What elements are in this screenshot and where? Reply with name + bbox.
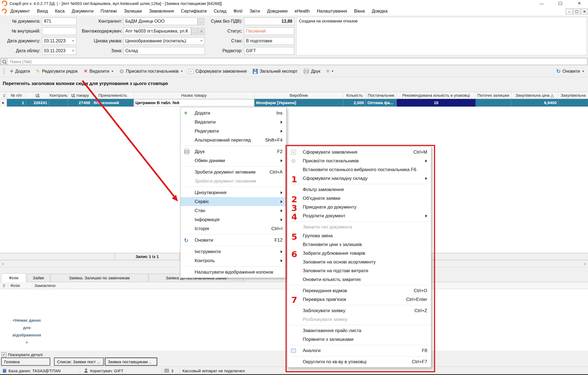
detail-column-branch[interactable]: Філія bbox=[8, 282, 32, 289]
column-header-product-name[interactable]: Назва товару bbox=[134, 92, 254, 99]
context-menu-item-refresh[interactable]: ↻ОновитиF12 bbox=[180, 236, 286, 245]
menu-directories[interactable]: Довідники bbox=[263, 9, 291, 14]
submenu-item-set-last-supplier[interactable]: Встановити останнього вибраного постачал… bbox=[287, 165, 431, 174]
menu-windows[interactable]: Вікна bbox=[351, 9, 368, 14]
column-header-manufacturer[interactable]: Виробник bbox=[254, 92, 343, 99]
minimize-button[interactable]: — bbox=[536, 0, 548, 7]
note-box[interactable]: Создана на основании отказов bbox=[296, 17, 587, 55]
context-menu-item-add[interactable]: +ДодатиIns bbox=[180, 109, 286, 118]
submenu-item-set-prices-from-stock[interactable]: Встановити ціни з залишків bbox=[287, 240, 431, 249]
scroll-left-button[interactable]: ‹ bbox=[0, 260, 6, 267]
column-header-supplier[interactable]: Постачальник bbox=[366, 92, 397, 99]
submenu-item-form-order[interactable]: ϟСформувати замовленняCtrl+M bbox=[287, 148, 431, 157]
column-header-recommended-qty[interactable]: Рекомендована кількість в упаковці bbox=[397, 92, 476, 99]
submenu-item-order-filter[interactable]: Фільтр замовлення bbox=[287, 185, 431, 194]
zone-input[interactable]: Склад bbox=[123, 47, 205, 55]
context-menu-item-delete[interactable]: Видалити bbox=[180, 118, 286, 127]
menu-cash[interactable]: Каса bbox=[51, 9, 68, 14]
menu-settings[interactable]: Налаштування bbox=[313, 9, 351, 14]
restore-button[interactable] bbox=[554, 0, 566, 7]
consignee-clear-button[interactable]: ✕ bbox=[198, 28, 205, 35]
column-header-origin[interactable]: Приналежність bbox=[92, 92, 134, 99]
column-header-current-stock[interactable]: Поточні залишки bbox=[476, 92, 511, 99]
menu-reports[interactable]: Звіти bbox=[246, 9, 263, 14]
tab-substitute-stock[interactable]: Заявка. Залишки по замінникам bbox=[51, 274, 148, 282]
submenu-item-remove-duplicates[interactable]: Забрати дублювання товарів bbox=[287, 249, 431, 258]
table-row[interactable]: ▸ 1 226241 27498 Вітчизняний Цитрамон В … bbox=[0, 99, 588, 107]
mdi-minimize-button[interactable]: – bbox=[566, 8, 573, 14]
submenu-item-load-price-list[interactable]: Завантаження прайс-листа bbox=[287, 326, 431, 335]
submenu-item-split-document[interactable]: Розділити документ bbox=[287, 212, 431, 220]
context-menu-item-pricing[interactable]: Ціноутворення bbox=[180, 188, 286, 197]
context-menu-item-alt-view[interactable]: Альтернативний переглядShift+F4 bbox=[180, 136, 286, 145]
context-menu-item-history[interactable]: ІсторіяCtrl+I bbox=[180, 224, 286, 233]
menu-documents[interactable]: Документи bbox=[68, 9, 97, 14]
refresh-button[interactable]: ↻Оновити▾ bbox=[554, 67, 586, 75]
context-menu-item-information[interactable]: Інформація bbox=[180, 215, 286, 224]
tab-excess[interactable]: Зайве bbox=[27, 274, 50, 282]
detail-column-ordered[interactable]: Замовлено bbox=[32, 282, 92, 289]
contractor-input[interactable]: БаДМ Донецк ООО bbox=[123, 17, 198, 25]
detail-corner-button[interactable] bbox=[0, 282, 8, 289]
doc-date-input[interactable]: 03.11.2023 bbox=[42, 37, 76, 45]
menu-orders[interactable]: Замовлення bbox=[145, 9, 177, 14]
submenu-item-lock-request[interactable]: Заблокувати заявкуCtrl+Z bbox=[287, 306, 431, 315]
add-button[interactable]: +Додати bbox=[7, 67, 32, 75]
mdi-restore-button[interactable] bbox=[573, 8, 580, 14]
submenu-item-form-warehouse-invoice[interactable]: Сформувати накладну складу bbox=[287, 174, 431, 183]
submenu-item-check-links[interactable]: Перевірка прив'язокCtrl+Enter bbox=[287, 295, 431, 304]
print-button[interactable]: Друк bbox=[301, 67, 323, 75]
form-order-button[interactable]: ϟСформувати замовлення bbox=[186, 67, 249, 75]
submenu-item-assign-suppliers[interactable]: ⚙Присвоїти постачальників bbox=[287, 157, 431, 165]
submenu-item-group-change[interactable]: Групова зміна bbox=[287, 232, 431, 240]
assign-suppliers-button[interactable]: ⚙Присвоїти постачальників▾ bbox=[117, 67, 185, 75]
menu-warehouse[interactable]: Склад bbox=[210, 9, 230, 14]
delete-button[interactable]: ✕Видалити▾ bbox=[81, 67, 115, 75]
chevron-down-icon[interactable] bbox=[200, 40, 203, 42]
column-header-id[interactable]: ІД bbox=[26, 92, 49, 99]
edit-row-button[interactable]: ✎Редагувати рядок bbox=[34, 67, 80, 75]
consignee-input[interactable]: Апт №003 пгт.Барышевка, ул.К bbox=[123, 27, 191, 35]
submenu-item-compare-with-stock[interactable]: Порівняти з залишками bbox=[287, 335, 431, 344]
scroll-right-button[interactable]: › bbox=[582, 260, 588, 267]
submenu-item-transfer-refusals[interactable]: Перекидання відмовCtrl+O bbox=[287, 286, 431, 295]
window-tab-list[interactable]: Список: Заявки пост ... bbox=[54, 358, 104, 366]
context-menu-item-service[interactable]: Сервіс bbox=[180, 197, 286, 206]
contractor-browse-button[interactable]: … bbox=[198, 18, 204, 25]
window-tab-current[interactable]: Заявка поставщикам .. bbox=[105, 358, 157, 366]
internal-number-input[interactable] bbox=[42, 27, 76, 35]
context-menu-item-print[interactable]: ДрукF2 bbox=[180, 147, 286, 156]
mdi-close-button[interactable]: ✕ bbox=[581, 8, 588, 14]
menu-exit[interactable]: Вихід bbox=[33, 9, 52, 14]
menu-branches[interactable]: Філії bbox=[230, 9, 246, 14]
submenu-item-update-closed-qty[interactable]: Оновити кількість закритих bbox=[287, 275, 431, 284]
context-menu-item-configure-columns[interactable]: Налаштувати відображення колонок bbox=[180, 268, 286, 277]
close-button[interactable]: ✕ bbox=[573, 0, 585, 7]
tab-branch[interactable]: Філія bbox=[1, 273, 26, 282]
consignee-browse-button[interactable]: … bbox=[191, 28, 198, 35]
doc-number-input[interactable]: 871 bbox=[42, 17, 76, 25]
submenu-item-fill-from-consumption[interactable]: Заповнити на підставі витрати bbox=[287, 266, 431, 275]
checkbox-checked-icon[interactable]: ✓ bbox=[2, 352, 6, 357]
column-header-quantity[interactable]: Кількість bbox=[343, 92, 366, 99]
general-export-button[interactable]: Загальний експорт bbox=[250, 67, 300, 75]
menu-ehealth[interactable]: eHealth bbox=[291, 9, 313, 14]
context-menu-item-data-exchange[interactable]: Обмін даними bbox=[180, 156, 286, 165]
column-header-num[interactable]: № п/п bbox=[7, 92, 26, 99]
group-panel[interactable]: Перетягніть заголовок колонки сюди для у… bbox=[0, 79, 588, 91]
submenu-item-fill-from-assortment[interactable]: Заповнити на основі асортименту bbox=[287, 258, 431, 266]
toolbar-drag-handle[interactable] bbox=[3, 68, 5, 74]
show-details-checkbox-row[interactable]: ✓ Показувати деталі bbox=[2, 351, 43, 358]
window-tab-main[interactable]: Головна bbox=[1, 358, 50, 366]
context-menu-item-state[interactable]: Стан bbox=[180, 206, 286, 215]
menu-help[interactable]: Довідка bbox=[368, 9, 391, 14]
column-header-purchase-price[interactable]: Закупівельна ціна △ bbox=[511, 92, 559, 99]
menu-certificates[interactable]: Сертифікати bbox=[177, 9, 210, 14]
search-input[interactable] bbox=[8, 59, 587, 64]
grid-corner-button[interactable] bbox=[0, 92, 7, 99]
column-header-control[interactable]: Контроль bbox=[49, 92, 68, 99]
context-menu-item-tools[interactable]: Інструменти bbox=[180, 247, 286, 256]
price-term-select[interactable]: Ценообразование (госпиталь) bbox=[123, 37, 205, 45]
context-menu-item-make-active[interactable]: Зробити документ активнимCtrl+A bbox=[180, 168, 286, 177]
submenu-item-analogs[interactable]: АналогиF8 bbox=[287, 346, 431, 355]
